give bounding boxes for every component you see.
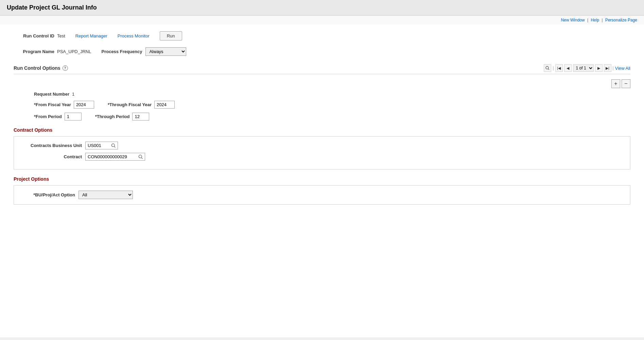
run-control-id-field: Run Control ID Test xyxy=(14,33,65,38)
prev-page-btn[interactable]: ◀ xyxy=(564,64,572,72)
personalize-page-link[interactable]: Personalize Page xyxy=(605,18,637,22)
request-number-value: 1 xyxy=(72,92,74,97)
bu-proj-act-select[interactable]: All Business Unit Project Activity xyxy=(79,191,133,199)
new-window-link[interactable]: New Window xyxy=(561,18,585,22)
section-title: Run Control Options ? xyxy=(14,65,68,71)
period-row: *From Period *Through Period xyxy=(34,113,630,120)
contracts-business-unit-label: Contracts Business Unit xyxy=(21,143,82,148)
contract-options-box: Contracts Business Unit Contract xyxy=(14,136,630,169)
svg-line-1 xyxy=(548,69,549,70)
from-period-input[interactable] xyxy=(65,113,82,120)
add-remove-buttons: + − xyxy=(14,79,630,88)
run-button[interactable]: Run xyxy=(160,31,182,41)
pagination-controls: | |◀ ◀ 1 of 1 ▶ ▶| | View All xyxy=(544,64,630,72)
help-link[interactable]: Help xyxy=(591,18,599,22)
process-frequency-section: Process Frequency Always Once Don't Run xyxy=(101,47,186,56)
svg-point-4 xyxy=(139,155,142,158)
contract-search-btn[interactable] xyxy=(137,154,145,160)
contract-input-group xyxy=(85,153,145,161)
contract-row: Contract xyxy=(21,153,623,161)
run-control-id-value: Test xyxy=(57,33,65,38)
contract-input[interactable] xyxy=(86,153,137,160)
project-options-title: Project Options xyxy=(14,176,630,182)
program-name-value: PSA_UPD_JRNL xyxy=(57,49,91,54)
fiscal-year-row: *From Fiscal Year *Through Fiscal Year xyxy=(34,101,630,109)
request-number-label: Request Number xyxy=(34,92,69,97)
first-page-btn[interactable]: |◀ xyxy=(555,64,563,72)
contract-options-section: Contract Options Contracts Business Unit… xyxy=(14,127,630,169)
bu-proj-act-row: *BU/Proj/Act Option All Business Unit Pr… xyxy=(21,191,623,199)
next-page-btn[interactable]: ▶ xyxy=(595,64,603,72)
svg-point-0 xyxy=(546,66,549,69)
contracts-business-unit-row: Contracts Business Unit xyxy=(21,142,623,149)
add-row-button[interactable]: + xyxy=(611,79,620,88)
main-content: Run Control ID Test Report Manager Proce… xyxy=(0,25,644,337)
bu-proj-act-label: *BU/Proj/Act Option xyxy=(21,192,75,197)
through-period-field: *Through Period xyxy=(95,113,150,120)
svg-line-3 xyxy=(114,146,115,147)
process-frequency-select[interactable]: Always Once Don't Run xyxy=(145,47,186,56)
form-fields: Request Number 1 *From Fiscal Year *Thro… xyxy=(34,92,630,120)
contract-options-title: Contract Options xyxy=(14,127,630,133)
project-options-section: Project Options *BU/Proj/Act Option All … xyxy=(14,176,630,205)
contracts-business-unit-search-btn[interactable] xyxy=(109,143,118,149)
run-control-row: Run Control ID Test Report Manager Proce… xyxy=(14,31,630,41)
section-header: Run Control Options ? | |◀ ◀ 1 of 1 ▶ ▶|… xyxy=(14,64,630,74)
from-period-label: *From Period xyxy=(34,114,62,119)
program-row: Program Name PSA_UPD_JRNL Process Freque… xyxy=(14,47,630,56)
remove-row-button[interactable]: − xyxy=(622,79,630,88)
through-period-label: *Through Period xyxy=(95,114,130,119)
contract-label: Contract xyxy=(21,154,82,159)
contracts-business-unit-input-group xyxy=(85,142,118,149)
process-frequency-label: Process Frequency xyxy=(101,49,142,54)
page-header: Update Project GL Journal Info New Windo… xyxy=(0,0,644,25)
through-fiscal-year-label: *Through Fiscal Year xyxy=(108,102,152,107)
through-period-input[interactable] xyxy=(132,113,149,120)
from-fiscal-year-input[interactable] xyxy=(74,101,94,109)
request-number-row: Request Number 1 xyxy=(34,92,630,97)
process-monitor-link[interactable]: Process Monitor xyxy=(118,33,150,38)
request-number-field: Request Number 1 xyxy=(34,92,74,97)
view-all-link[interactable]: View All xyxy=(615,66,630,71)
from-fiscal-year-label: *From Fiscal Year xyxy=(34,102,71,107)
from-period-field: *From Period xyxy=(34,113,82,120)
through-fiscal-year-input[interactable] xyxy=(154,101,175,109)
run-control-id-label: Run Control ID xyxy=(14,33,54,38)
program-name-label: Program Name xyxy=(14,49,54,54)
search-pagination-btn[interactable] xyxy=(544,64,551,72)
help-icon[interactable]: ? xyxy=(63,65,68,71)
report-manager-link[interactable]: Report Manager xyxy=(75,33,107,38)
last-page-btn[interactable]: ▶| xyxy=(604,64,611,72)
contracts-business-unit-input[interactable] xyxy=(86,142,109,149)
svg-point-2 xyxy=(111,144,115,147)
program-name-field: Program Name PSA_UPD_JRNL xyxy=(14,49,91,54)
svg-line-5 xyxy=(141,158,142,159)
page-select[interactable]: 1 of 1 xyxy=(573,64,594,72)
from-fiscal-year-field: *From Fiscal Year xyxy=(34,101,94,109)
page-title: Update Project GL Journal Info xyxy=(7,4,97,11)
project-options-box: *BU/Proj/Act Option All Business Unit Pr… xyxy=(14,185,630,205)
through-fiscal-year-field: *Through Fiscal Year xyxy=(108,101,175,109)
run-control-options-section: Run Control Options ? | |◀ ◀ 1 of 1 ▶ ▶|… xyxy=(14,64,630,120)
